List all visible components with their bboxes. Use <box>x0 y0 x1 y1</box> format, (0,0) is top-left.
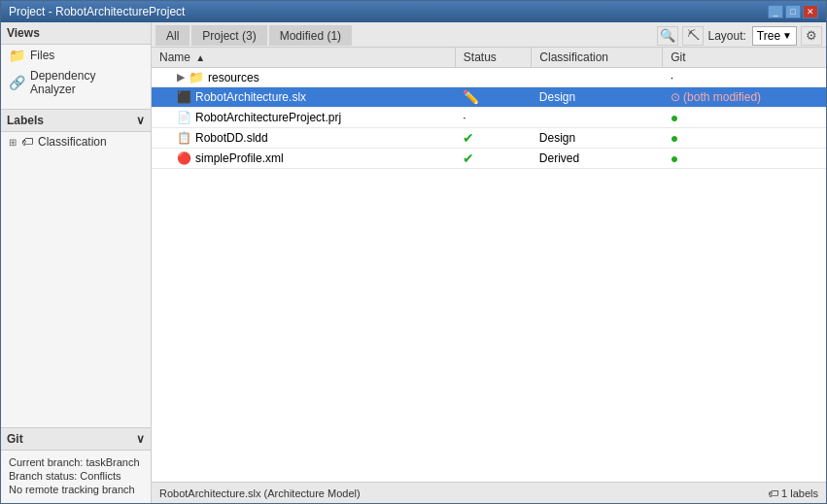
status-bar: RobotArchitecture.slx (Architecture Mode… <box>152 482 826 503</box>
sidebar-item-classification[interactable]: ⊞ 🏷 Classification <box>1 132 151 151</box>
settings-button[interactable]: ⚙ <box>801 26 822 46</box>
file-name: RobotArchitectureProject.prj <box>195 111 341 124</box>
file-classification <box>532 68 663 87</box>
file-classification: Derived <box>532 149 663 169</box>
sidebar-item-dependency-label: Dependency Analyzer <box>30 69 143 96</box>
git-dot: · <box>671 71 673 84</box>
git-clean-icon: ● <box>671 110 678 125</box>
tab-project[interactable]: Project (3) <box>191 25 266 46</box>
slx-icon: ⬛ <box>177 90 191 104</box>
file-name-cell: 🔴simpleProfile.xml <box>152 149 455 169</box>
file-classification: Design <box>532 128 663 149</box>
git-clean-icon: ● <box>671 151 678 166</box>
git-section-header: Git ∨ <box>1 428 151 451</box>
file-status <box>455 68 531 87</box>
status-bar-right: 🏷 1 labels <box>768 487 818 499</box>
file-table: Name ▲ Status Classification Git <box>152 48 826 482</box>
tab-all[interactable]: All <box>155 25 190 46</box>
xml-icon: 🔴 <box>177 151 191 165</box>
tab-modified[interactable]: Modified (1) <box>269 25 352 46</box>
settings-icon: ⚙ <box>806 28 817 43</box>
expand-icon: ⊞ <box>9 137 17 148</box>
col-status[interactable]: Status <box>455 48 531 68</box>
prj-icon: 📄 <box>177 111 191 124</box>
table-row[interactable]: ⬛RobotArchitecture.slx✏️Design⊙ (both mo… <box>152 87 826 108</box>
chevron-down-icon: ▼ <box>782 30 792 41</box>
views-section-header: Views <box>1 22 151 45</box>
file-status: ✔ <box>455 149 531 169</box>
main-content: Views 📁 Files 🔗 Dependency Analyzer Labe… <box>1 22 826 503</box>
filter-icon: ⛏ <box>687 28 700 43</box>
files-list: Name ▲ Status Classification Git <box>152 48 826 169</box>
layout-label: Layout: <box>707 29 745 43</box>
window: Project - RobotArchitectureProject _ □ ✕… <box>0 0 827 504</box>
git-section: Git ∨ Current branch: taskBranch Branch … <box>1 427 151 503</box>
sidebar: Views 📁 Files 🔗 Dependency Analyzer Labe… <box>1 22 152 503</box>
labels-section-header: Labels ∨ <box>1 109 151 132</box>
file-status: · <box>455 108 531 128</box>
check-icon: ✔ <box>463 151 474 166</box>
file-name-cell: ⬛RobotArchitecture.slx <box>152 87 455 108</box>
git-clean-icon: ● <box>671 130 678 146</box>
file-name: RobotArchitecture.slx <box>195 90 306 104</box>
sidebar-item-dependency-analyzer[interactable]: 🔗 Dependency Analyzer <box>1 66 151 99</box>
col-name[interactable]: Name ▲ <box>152 48 455 68</box>
search-icon: 🔍 <box>660 28 675 43</box>
git-branch: Current branch: taskBranch <box>9 456 143 468</box>
file-git: ● <box>663 128 826 149</box>
check-icon: ✔ <box>463 130 474 146</box>
status-bar-left: RobotArchitecture.slx (Architecture Mode… <box>159 487 361 499</box>
tabs-right-tools: 🔍 ⛏ Layout: Tree ▼ ⚙ <box>657 26 822 46</box>
right-panel: All Project (3) Modified (1) 🔍 ⛏ Layout: <box>152 22 826 503</box>
folder-icon: 📁 <box>9 48 25 63</box>
col-git[interactable]: Git <box>663 48 826 68</box>
title-controls: _ □ ✕ <box>768 5 818 18</box>
git-both-modified: (both modified) <box>683 90 761 104</box>
layout-value: Tree <box>757 29 780 43</box>
title-text: Project - RobotArchitectureProject <box>9 5 185 18</box>
table-row[interactable]: 🔴simpleProfile.xml✔Derived● <box>152 149 826 169</box>
file-name: resources <box>208 71 259 84</box>
layout-dropdown[interactable]: Tree ▼ <box>752 26 797 46</box>
git-conflict-icon: ⊙ <box>671 90 680 104</box>
close-button[interactable]: ✕ <box>803 5 818 18</box>
table-row[interactable]: 📄RobotArchitectureProject.prj·● <box>152 108 826 128</box>
sidebar-item-files[interactable]: 📁 Files <box>1 45 151 66</box>
tabs-bar: All Project (3) Modified (1) 🔍 ⛏ Layout: <box>152 22 826 48</box>
table-header-row: Name ▲ Status Classification Git <box>152 48 826 68</box>
table-row[interactable]: ▶📁resources· <box>152 68 826 87</box>
table-row[interactable]: 📋RobotDD.sldd✔Design● <box>152 128 826 149</box>
file-status: ✔ <box>455 128 531 149</box>
file-name-cell: ▶📁resources <box>152 68 455 87</box>
title-bar: Project - RobotArchitectureProject _ □ ✕ <box>1 1 826 22</box>
tag-icon: 🏷 <box>21 135 33 149</box>
col-classification[interactable]: Classification <box>532 48 663 68</box>
file-git: · <box>663 68 826 87</box>
maximize-button[interactable]: □ <box>785 5 801 18</box>
modified-icon: ✏️ <box>463 89 479 105</box>
file-name: simpleProfile.xml <box>195 151 284 165</box>
file-classification: Design <box>532 87 663 108</box>
dot-icon: · <box>463 111 465 124</box>
classification-label: Classification <box>38 135 107 149</box>
file-name: RobotDD.sldd <box>195 131 268 145</box>
sort-arrow: ▲ <box>195 52 205 63</box>
filter-button[interactable]: ⛏ <box>682 26 704 46</box>
git-status: Branch status: Conflicts <box>9 470 143 482</box>
git-collapse-icon[interactable]: ∨ <box>136 432 145 446</box>
file-name-cell: 📄RobotArchitectureProject.prj <box>152 108 455 128</box>
file-classification <box>532 108 663 128</box>
search-button[interactable]: 🔍 <box>657 26 678 46</box>
expand-icon[interactable]: ▶ <box>177 71 185 84</box>
file-git: ● <box>663 108 826 128</box>
minimize-button[interactable]: _ <box>768 5 783 18</box>
file-git: ⊙ (both modified) <box>663 87 826 108</box>
folder-icon: 📁 <box>189 70 204 84</box>
sldd-icon: 📋 <box>177 131 191 145</box>
file-status: ✏️ <box>455 87 531 108</box>
git-remote: No remote tracking branch <box>9 484 143 495</box>
dependency-icon: 🔗 <box>9 75 25 90</box>
file-git: ● <box>663 149 826 169</box>
labels-collapse-icon[interactable]: ∨ <box>136 114 145 127</box>
file-name-cell: 📋RobotDD.sldd <box>152 128 455 149</box>
